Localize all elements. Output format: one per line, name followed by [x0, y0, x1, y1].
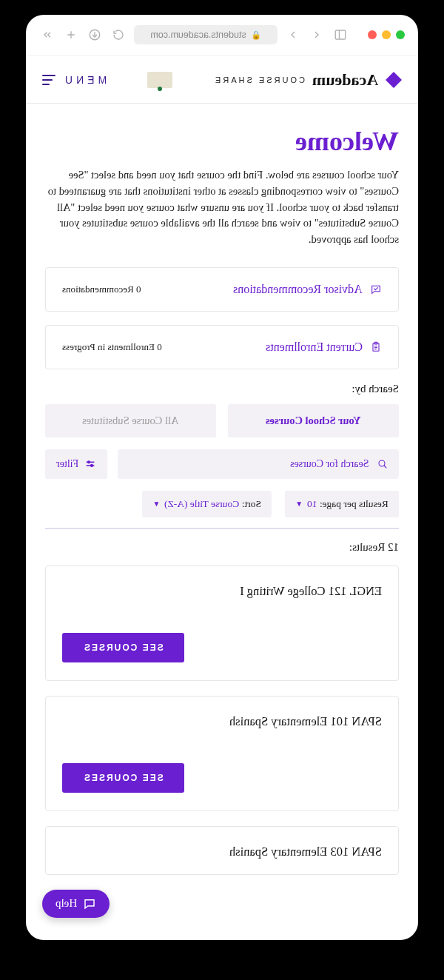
url-text: students.acadeum.com — [150, 30, 246, 40]
search-placeholder: Search for Courses — [290, 458, 369, 470]
search-icon — [377, 458, 388, 470]
download-icon[interactable] — [87, 27, 103, 43]
lock-icon: 🔒 — [251, 30, 261, 40]
per-page-dropdown[interactable]: Results per page: 10 ▼ — [285, 491, 399, 517]
course-card: ENGL 121 College Writing I SEE COURSES — [45, 565, 399, 681]
search-tabs: Your School Courses All Course Substitut… — [45, 404, 399, 437]
svg-point-14 — [88, 461, 90, 463]
help-chat-icon — [83, 897, 96, 910]
main-content: Welcome Your school courses are below. F… — [26, 104, 418, 940]
course-title: ENGL 121 College Writing I — [62, 584, 382, 599]
search-input[interactable]: Search for Courses — [118, 449, 399, 479]
chevron-down-icon: ▼ — [152, 500, 160, 508]
svg-point-16 — [91, 464, 93, 466]
chevron-down-icon: ▼ — [295, 500, 303, 508]
chat-icon — [370, 283, 382, 295]
menu-button[interactable]: MENU — [42, 74, 107, 86]
sort-dropdown[interactable]: Sort: Course Title (A-Z) ▼ — [142, 491, 272, 517]
address-bar[interactable]: 🔒 students.acadeum.com — [134, 25, 278, 44]
chevrons-icon[interactable] — [39, 27, 56, 43]
nav-forward-icon[interactable] — [309, 27, 325, 43]
new-tab-icon[interactable] — [63, 27, 79, 43]
filter-icon — [84, 458, 96, 470]
enrollments-panel-count: 0 Enrollments in Progress — [62, 341, 162, 353]
browser-window: 🔒 students.acadeum.com Acadeum COURSE SH… — [26, 15, 418, 940]
svg-rect-0 — [335, 30, 346, 39]
course-title: SPAN 101 Elementary Spanish — [62, 714, 382, 729]
window-close-dot[interactable] — [368, 30, 377, 39]
divider — [45, 528, 399, 529]
nav-back-icon[interactable] — [285, 27, 301, 43]
enrollments-panel-title: Current Enrollments — [266, 340, 382, 354]
search-by-label: Search by: — [45, 383, 399, 395]
menu-label: MENU — [61, 74, 107, 86]
sidebar-toggle-icon[interactable] — [332, 27, 349, 43]
refresh-icon[interactable] — [110, 27, 127, 43]
advisor-panel[interactable]: Advisor Recommendations 0 Recommendation… — [45, 267, 399, 312]
brand-name: Acadeum — [312, 70, 378, 90]
see-courses-button[interactable]: SEE COURSES — [62, 763, 184, 793]
partner-logo — [147, 72, 172, 88]
course-card: SPAN 101 Elementary Spanish SEE COURSES — [45, 696, 399, 811]
advisor-panel-count: 0 Recommendations — [62, 283, 141, 295]
brand-subtitle: COURSE SHARE — [213, 75, 305, 84]
see-courses-button[interactable]: SEE COURSES — [62, 633, 184, 662]
tab-your-school-courses[interactable]: Your School Courses — [228, 404, 399, 437]
window-controls — [368, 30, 405, 39]
page-title: Welcome — [45, 126, 399, 157]
svg-line-12 — [384, 466, 386, 468]
advisor-panel-title: Advisor Recommendations — [233, 283, 382, 296]
app-header: Acadeum COURSE SHARE MENU — [26, 56, 418, 104]
course-title: SPAN 103 Elementary Spanish — [62, 845, 382, 859]
brand[interactable]: Acadeum COURSE SHARE — [213, 70, 402, 90]
enrollments-panel[interactable]: Current Enrollments 0 Enrollments in Pro… — [45, 325, 399, 369]
results-count: 12 Results: — [45, 541, 399, 554]
help-button[interactable]: Help — [42, 890, 110, 918]
course-card: SPAN 103 Elementary Spanish — [45, 826, 399, 875]
hamburger-icon — [42, 75, 56, 85]
tab-all-course-substitutes[interactable]: All Course Substitutes — [45, 404, 216, 437]
clipboard-icon — [370, 341, 382, 353]
browser-toolbar: 🔒 students.acadeum.com — [26, 15, 418, 56]
window-minimize-dot[interactable] — [382, 30, 391, 39]
intro-text: Your school courses are below. Find the … — [45, 167, 399, 248]
window-zoom-dot[interactable] — [396, 30, 405, 39]
svg-point-11 — [379, 460, 385, 466]
brand-logo-icon — [386, 72, 402, 88]
filter-button[interactable]: Filter — [45, 449, 107, 479]
